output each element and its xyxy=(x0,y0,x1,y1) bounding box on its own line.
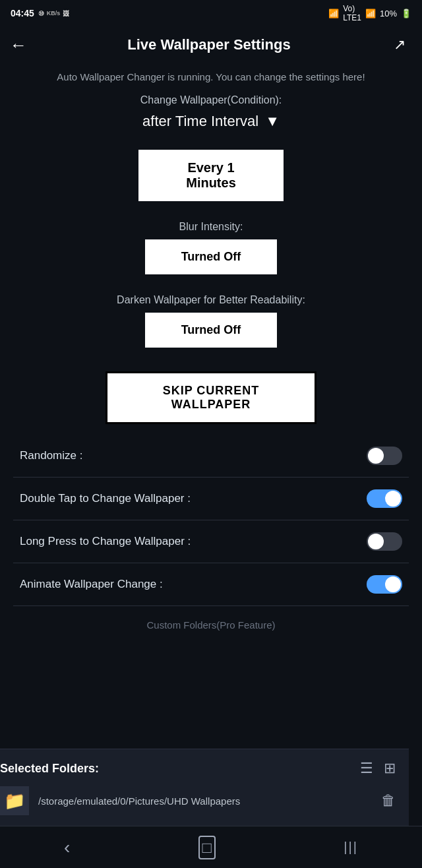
delete-icon: 🗑 xyxy=(381,792,396,809)
interval-button[interactable]: Every 1 Minutes xyxy=(138,150,284,201)
selected-folders-section: Selected Folders: ☰ ⊞ 📁 /storage/emulate… xyxy=(0,749,409,826)
skip-wallpaper-button[interactable]: SKIP CURRENT WALLPAPER xyxy=(106,371,316,424)
dropdown-text: after Time Interval xyxy=(142,113,258,130)
kb-icon: KB/s xyxy=(47,10,61,17)
long-press-toggle[interactable] xyxy=(367,532,402,551)
status-time: 04:45 xyxy=(11,8,34,18)
nav-back-button[interactable]: ‹ xyxy=(64,837,70,858)
blur-button[interactable]: Turned Off xyxy=(145,239,277,274)
folder-delete-button[interactable]: 🗑 xyxy=(381,792,396,809)
nav-bar: ‹ □ ||| xyxy=(0,826,422,868)
long-press-row: Long Press to Change Wallpaper : xyxy=(13,523,409,560)
share-button[interactable]: ↗ xyxy=(388,33,411,57)
network-icon: Vo)LTE1 xyxy=(343,4,361,22)
status-bar: 04:45 ⑩ KB/s 🖼 📶 Vo)LTE1 📶 10% 🔋 xyxy=(0,0,422,26)
subtitle-text: Auto Wallpaper Changer is running. You c… xyxy=(57,70,365,84)
double-tap-row: Double Tap to Change Wallpaper : xyxy=(13,480,409,517)
folder-row: 📁 /storage/emulated/0/Pictures/UHD Wallp… xyxy=(0,786,396,815)
divider-1 xyxy=(13,477,409,478)
wifi-icon: 📶 xyxy=(328,9,339,18)
image-icon: 🖼 xyxy=(63,10,69,17)
selected-folders-title: Selected Folders: xyxy=(0,762,99,776)
animate-toggle[interactable] xyxy=(367,575,402,594)
animate-row: Animate Wallpaper Change : xyxy=(13,566,409,603)
randomize-toggle[interactable] xyxy=(367,447,402,465)
folder-filter-icon[interactable]: ☰ xyxy=(360,760,373,777)
long-press-label: Long Press to Change Wallpaper : xyxy=(20,535,191,548)
animate-label: Animate Wallpaper Change : xyxy=(20,578,163,591)
blur-label: Blur Intensity: xyxy=(179,221,243,233)
folder-icon: 📁 xyxy=(0,786,29,815)
back-button[interactable]: ← xyxy=(7,33,30,57)
page-title: Live Wallpaper Settings xyxy=(30,36,388,53)
randomize-label: Randomize : xyxy=(20,449,82,462)
nav-home-button[interactable]: □ xyxy=(198,836,216,859)
double-tap-toggle[interactable] xyxy=(367,489,402,508)
divider-3 xyxy=(13,563,409,563)
condition-dropdown[interactable]: after Time Interval ▼ xyxy=(142,113,280,130)
dropdown-arrow-icon: ▼ xyxy=(265,113,280,130)
content-area: Auto Wallpaper Changer is running. You c… xyxy=(0,63,422,749)
folder-path: /storage/emulated/0/Pictures/UHD Wallpap… xyxy=(38,794,372,808)
double-tap-label: Double Tap to Change Wallpaper : xyxy=(20,492,191,505)
header: ← Live Wallpaper Settings ↗ xyxy=(0,26,422,63)
nav-recents-button[interactable]: ||| xyxy=(344,840,358,855)
folder-actions: ☰ ⊞ xyxy=(360,760,396,777)
condition-label: Change Wallpaper(Condition): xyxy=(140,94,282,106)
divider-4 xyxy=(13,605,409,606)
darken-button[interactable]: Turned Off xyxy=(145,313,277,348)
battery-icon: 🔋 xyxy=(401,9,411,18)
darken-label: Darken Wallpaper for Better Readability: xyxy=(117,294,305,306)
divider-2 xyxy=(13,520,409,520)
randomize-row: Randomize : xyxy=(13,437,409,474)
folder-add-icon[interactable]: ⊞ xyxy=(384,760,396,777)
battery-percent: 10% xyxy=(380,9,397,18)
circle-10-icon: ⑩ xyxy=(38,10,44,17)
pro-feature-label: Custom Folders(Pro Feature) xyxy=(146,619,275,631)
signal-icon: 📶 xyxy=(365,9,376,18)
